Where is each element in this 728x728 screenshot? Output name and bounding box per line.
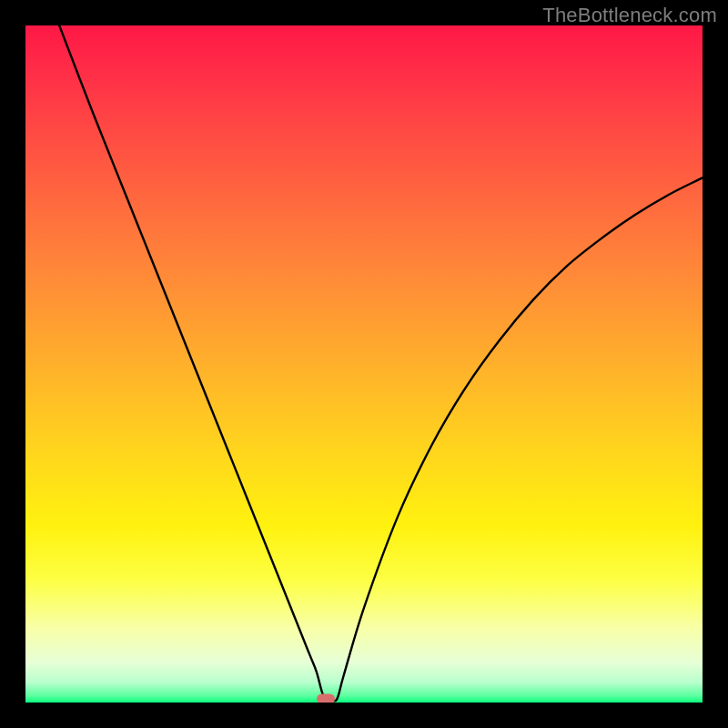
bottleneck-curve [25,25,703,703]
watermark-text: TheBottleneck.com [542,4,717,27]
chart-frame [25,25,703,703]
plot-area [25,25,703,703]
optimum-marker [317,693,335,703]
